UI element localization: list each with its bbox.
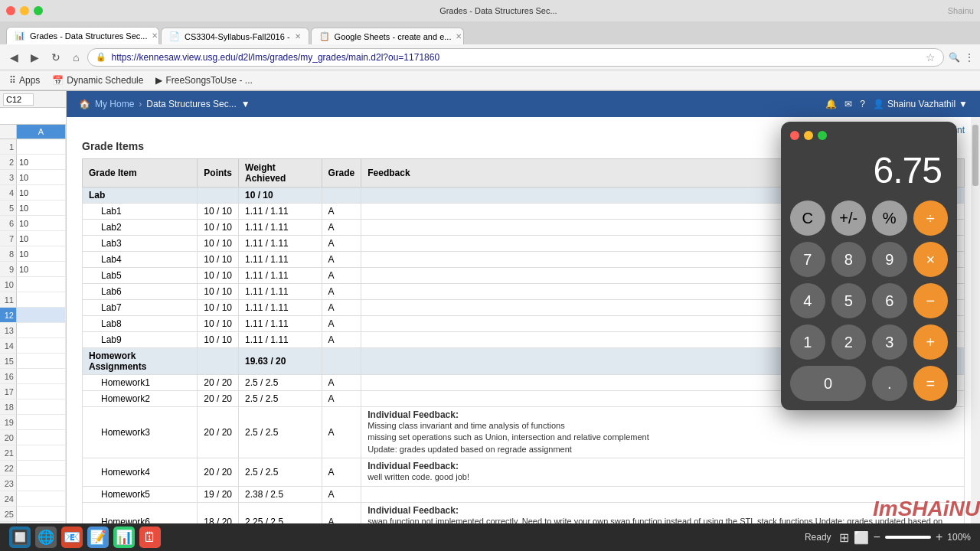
ss-row[interactable]: 24	[0, 491, 66, 507]
cell-value[interactable]: 10	[17, 155, 66, 169]
taskbar-square-icon[interactable]: ⬜	[854, 530, 869, 545]
calc-key-[interactable]: +/-	[831, 201, 867, 236]
breadcrumb-dropdown-icon[interactable]: ▼	[241, 99, 250, 109]
calc-key-C[interactable]: C	[790, 201, 825, 236]
cell-value[interactable]	[17, 308, 66, 322]
ss-row[interactable]: 710	[0, 231, 66, 246]
taskbar-app-3[interactable]: 📧	[61, 527, 83, 548]
scroll-thumb[interactable]	[972, 125, 978, 186]
calc-key-1[interactable]: 1	[790, 324, 825, 360]
tab-grades[interactable]: 📊 Grades - Data Structures Sec... ✕	[6, 27, 159, 44]
ss-row[interactable]: 14	[0, 338, 66, 354]
col-a-header[interactable]: A	[17, 125, 66, 139]
cell-value[interactable]	[17, 338, 66, 353]
cell-value[interactable]: 10	[17, 216, 66, 230]
ss-row[interactable]: 16	[0, 369, 66, 384]
cell-value[interactable]	[17, 354, 66, 368]
user-menu-button[interactable]: 👤 Shainu Vazhathil ▼	[873, 99, 968, 109]
cell-value[interactable]: 10	[17, 231, 66, 246]
zoom-minus-button[interactable]: −	[874, 530, 880, 544]
calc-key-[interactable]: +	[913, 324, 949, 360]
calc-key-[interactable]: ×	[913, 242, 949, 277]
calc-key-6[interactable]: 6	[872, 283, 907, 318]
breadcrumb-home[interactable]: My Home	[95, 99, 134, 109]
ss-row[interactable]: 20	[0, 430, 66, 445]
calc-key-[interactable]: .	[872, 366, 907, 401]
cell-value[interactable]	[17, 399, 66, 414]
ss-row[interactable]: 13	[0, 323, 66, 338]
back-button[interactable]: ◀	[6, 50, 22, 65]
ss-row[interactable]: 310	[0, 170, 66, 185]
home-button[interactable]: ⌂	[69, 50, 83, 65]
calc-key-7[interactable]: 7	[790, 242, 825, 277]
tab-sheets[interactable]: 📋 Google Sheets - create and e... ✕	[311, 28, 464, 44]
alerts-icon[interactable]: 🔔	[825, 99, 837, 109]
cell-value[interactable]	[17, 292, 66, 307]
close-window-button[interactable]	[6, 6, 15, 15]
cell-reference-input[interactable]	[3, 93, 34, 106]
forward-button[interactable]: ▶	[27, 50, 43, 65]
minimize-window-button[interactable]	[20, 6, 29, 15]
breadcrumb-course[interactable]: Data Structures Sec...	[146, 99, 236, 109]
cell-value[interactable]: 10	[17, 246, 66, 261]
calc-key-5[interactable]: 5	[831, 283, 867, 318]
cell-value[interactable]: 10	[17, 201, 66, 215]
ss-row[interactable]: 210	[0, 155, 66, 170]
tab-close-3[interactable]: ✕	[456, 32, 462, 41]
ss-row[interactable]: 22	[0, 461, 66, 476]
zoom-plus-button[interactable]: +	[936, 530, 942, 544]
messages-icon[interactable]: ✉	[844, 99, 852, 109]
cell-value[interactable]	[17, 491, 66, 506]
tab-close-2[interactable]: ✕	[295, 32, 301, 41]
calc-key-[interactable]: ÷	[913, 201, 949, 236]
calc-key-[interactable]: %	[872, 201, 907, 236]
cell-value[interactable]	[17, 430, 66, 445]
menu-icon[interactable]: ⋮	[965, 52, 974, 63]
tab-syllabus[interactable]: 📄 CS3304-Syllabus-Fall2016 - ✕	[161, 28, 309, 44]
reload-button[interactable]: ↻	[47, 50, 64, 65]
calc-key-4[interactable]: 4	[790, 283, 825, 318]
bookmark-apps[interactable]: ⠿ Apps	[6, 74, 43, 86]
ss-row[interactable]: 12	[0, 308, 66, 323]
ss-row[interactable]: 18	[0, 399, 66, 415]
calc-key-8[interactable]: 8	[831, 242, 867, 277]
cell-value[interactable]	[17, 415, 66, 429]
cell-value[interactable]: 10	[17, 262, 66, 276]
calc-key-[interactable]: =	[913, 366, 949, 401]
ss-row[interactable]: 510	[0, 201, 66, 216]
cell-value[interactable]	[17, 507, 66, 521]
cell-value[interactable]	[17, 461, 66, 475]
calc-key-3[interactable]: 3	[872, 324, 907, 360]
cell-value[interactable]	[17, 384, 66, 399]
ss-row[interactable]: 10	[0, 277, 66, 292]
maximize-window-button[interactable]	[34, 6, 43, 15]
taskbar-app-4[interactable]: 📝	[87, 527, 109, 548]
cell-value[interactable]	[17, 277, 66, 292]
taskbar-app-2[interactable]: 🌐	[35, 527, 57, 548]
ss-row[interactable]: 23	[0, 476, 66, 491]
cell-value[interactable]: 10	[17, 185, 66, 200]
ss-row[interactable]: 810	[0, 246, 66, 262]
ss-row[interactable]: 910	[0, 262, 66, 277]
cell-value[interactable]	[17, 139, 66, 154]
taskbar-app-finder[interactable]: 🔲	[9, 527, 31, 548]
ss-row[interactable]: 11	[0, 292, 66, 308]
ss-row[interactable]: 19	[0, 415, 66, 430]
bookmark-dynamic-schedule[interactable]: 📅 Dynamic Schedule	[49, 74, 146, 86]
ss-row[interactable]: 25	[0, 507, 66, 522]
cell-value[interactable]	[17, 369, 66, 383]
ss-row[interactable]: 410	[0, 185, 66, 201]
cell-value[interactable]	[17, 445, 66, 460]
calc-key-[interactable]: −	[913, 283, 949, 318]
taskbar-grid-icon[interactable]: ⊞	[839, 530, 849, 545]
cell-value[interactable]: 10	[17, 170, 66, 184]
bookmark-freesongs[interactable]: ▶ FreeSongsToUse - ...	[152, 74, 255, 86]
calc-key-2[interactable]: 2	[831, 324, 867, 360]
address-bar[interactable]: 🔒 https://kennesaw.view.usg.edu/d2l/lms/…	[87, 48, 944, 67]
ss-row[interactable]: 15	[0, 354, 66, 369]
calc-key-0[interactable]: 0	[790, 366, 866, 401]
help-icon[interactable]: ?	[860, 99, 865, 109]
cell-value[interactable]	[17, 323, 66, 337]
calc-maximize-button[interactable]	[818, 131, 827, 140]
calc-key-9[interactable]: 9	[872, 242, 907, 277]
